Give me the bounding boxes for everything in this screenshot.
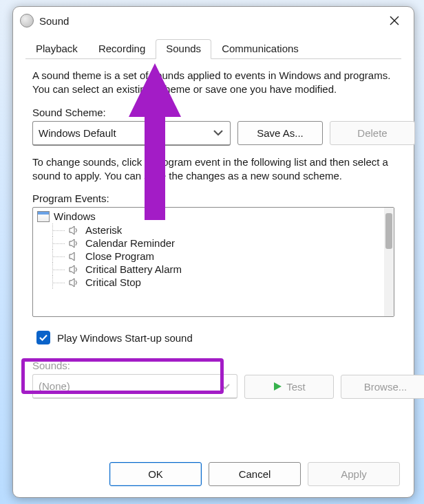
browse-button: Browse... bbox=[341, 375, 424, 399]
windows-icon bbox=[37, 211, 50, 222]
event-item-label: Calendar Reminder bbox=[85, 237, 175, 249]
speaker-icon bbox=[69, 226, 80, 235]
sounds-combobox: (None) bbox=[32, 374, 237, 399]
tabs: Playback Recording Sounds Communications bbox=[25, 39, 401, 59]
titlebar: Sound bbox=[13, 7, 414, 34]
save-as-button[interactable]: Save As... bbox=[237, 121, 323, 145]
play-icon bbox=[273, 382, 282, 391]
svg-marker-2 bbox=[70, 226, 74, 234]
event-item[interactable]: Asterisk bbox=[34, 223, 383, 237]
test-button: Test bbox=[244, 375, 334, 399]
events-label: Program Events: bbox=[32, 193, 394, 204]
speaker-icon bbox=[69, 239, 80, 248]
delete-button: Delete bbox=[330, 121, 415, 145]
tab-recording[interactable]: Recording bbox=[88, 39, 156, 59]
ok-button[interactable]: OK bbox=[109, 462, 202, 486]
svg-marker-4 bbox=[70, 252, 74, 261]
speaker-icon bbox=[69, 265, 80, 274]
tab-communications[interactable]: Communications bbox=[211, 39, 309, 59]
test-label: Test bbox=[286, 381, 306, 393]
apply-button: Apply bbox=[308, 462, 400, 486]
sounds-value: (None) bbox=[39, 380, 219, 392]
event-item-label: Close Program bbox=[85, 250, 154, 262]
event-item[interactable]: Calendar Reminder bbox=[34, 237, 383, 250]
speaker-icon bbox=[69, 252, 80, 261]
dialog-footer: OK Cancel Apply bbox=[13, 454, 414, 497]
event-item[interactable]: Critical Stop bbox=[34, 276, 383, 289]
scheme-combobox[interactable]: Windows Default bbox=[32, 121, 231, 146]
event-item-label: Critical Stop bbox=[85, 276, 141, 288]
tab-panel: A sound theme is a set of sounds applied… bbox=[13, 59, 414, 454]
event-item[interactable]: Close Program bbox=[34, 250, 383, 263]
cancel-button[interactable]: Cancel bbox=[209, 462, 301, 486]
sound-theme-description: A sound theme is a set of sounds applied… bbox=[32, 69, 394, 97]
scheme-value: Windows Default bbox=[39, 127, 212, 139]
tree-root-label: Windows bbox=[54, 210, 96, 222]
startup-sound-label: Play Windows Start-up sound bbox=[57, 332, 193, 344]
sound-app-icon bbox=[20, 14, 34, 28]
scrollbar-thumb[interactable] bbox=[385, 213, 392, 249]
svg-marker-7 bbox=[274, 382, 282, 391]
svg-marker-5 bbox=[70, 265, 74, 274]
event-item[interactable]: Critical Battery Alarm bbox=[34, 263, 383, 276]
tree-root-windows[interactable]: Windows bbox=[34, 209, 383, 223]
sound-dialog: Sound Playback Recording Sounds Communic… bbox=[12, 6, 414, 498]
window-title: Sound bbox=[39, 15, 69, 27]
startup-sound-checkbox[interactable] bbox=[36, 331, 50, 344]
sounds-label: Sounds: bbox=[32, 360, 394, 371]
svg-marker-6 bbox=[70, 278, 74, 287]
chevron-down-icon bbox=[212, 127, 224, 139]
events-scrollbar[interactable] bbox=[384, 208, 394, 316]
event-item-label: Critical Battery Alarm bbox=[85, 263, 182, 275]
instructions-text: To change sounds, click a program event … bbox=[32, 155, 394, 184]
close-button[interactable] bbox=[379, 9, 410, 32]
startup-sound-checkbox-row[interactable]: Play Windows Start-up sound bbox=[32, 325, 394, 350]
svg-marker-3 bbox=[70, 239, 74, 248]
tab-sounds[interactable]: Sounds bbox=[156, 39, 211, 59]
scheme-label: Sound Scheme: bbox=[32, 107, 394, 118]
program-events-listbox[interactable]: Windows Asterisk Calendar Reminder Close… bbox=[32, 207, 394, 317]
tab-playback[interactable]: Playback bbox=[25, 39, 88, 59]
speaker-icon bbox=[69, 278, 80, 287]
close-icon bbox=[390, 16, 399, 25]
chevron-down-icon bbox=[219, 380, 231, 393]
event-item-label: Asterisk bbox=[85, 224, 122, 236]
check-icon bbox=[39, 333, 48, 342]
